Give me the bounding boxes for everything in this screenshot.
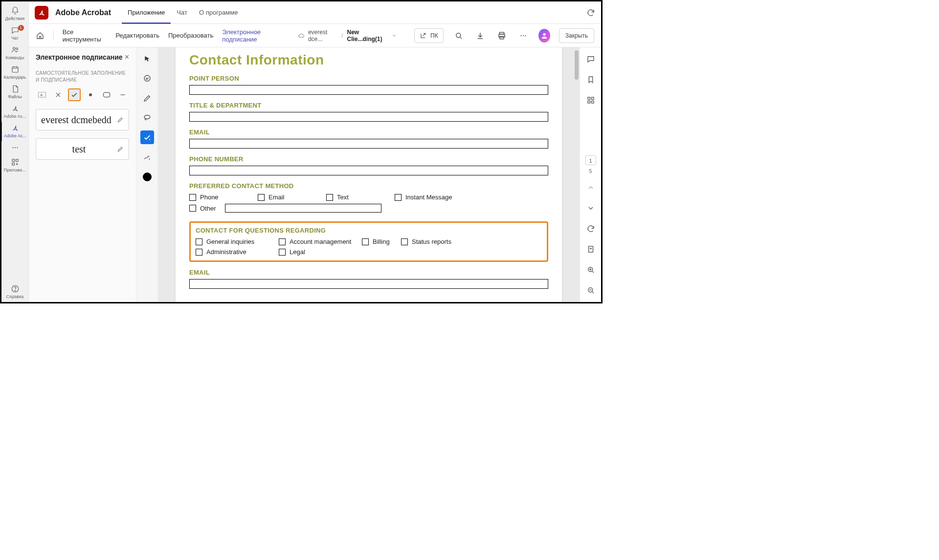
open-desktop-label: ПК bbox=[430, 32, 438, 39]
tool-check[interactable] bbox=[68, 88, 80, 101]
signature-box-2[interactable]: test bbox=[36, 138, 129, 160]
rrail-zoom-in[interactable] bbox=[584, 263, 598, 277]
toolbar-link-all-tools[interactable]: Все инструменты bbox=[63, 28, 107, 43]
download-button[interactable] bbox=[474, 29, 487, 42]
label-contact-for: CONTACT FOR QUESTIONS REGARDING bbox=[196, 227, 542, 234]
rail-item-activity[interactable]: Действия bbox=[1, 4, 29, 24]
breadcrumb-cloud[interactable]: everest dce... bbox=[308, 29, 337, 43]
teams-rail: Действия 1 Чат Команды Календарь Файлы A… bbox=[1, 1, 29, 302]
rail-item-apps[interactable]: Приложе... bbox=[1, 156, 29, 175]
page-current[interactable]: 1 bbox=[585, 155, 596, 165]
page-fit-icon bbox=[586, 245, 595, 254]
tool-circle[interactable] bbox=[101, 88, 113, 101]
rail-item-chat[interactable]: 1 Чат bbox=[1, 24, 29, 43]
checkbox-admin[interactable]: Administrative bbox=[196, 248, 279, 256]
vtool-lasso[interactable] bbox=[140, 111, 154, 125]
rail-label: Приложе... bbox=[1, 168, 29, 172]
svg-point-10 bbox=[15, 290, 15, 291]
rail-item-calendar[interactable]: Календарь bbox=[1, 63, 29, 83]
print-button[interactable] bbox=[495, 29, 508, 42]
rrail-page-up[interactable] bbox=[584, 181, 598, 194]
checkbox-im[interactable]: Instant Message bbox=[395, 194, 492, 201]
home-button[interactable] bbox=[36, 31, 45, 40]
scrollbar-thumb[interactable] bbox=[575, 50, 579, 80]
checkbox-phone[interactable]: Phone bbox=[189, 194, 258, 201]
svg-point-5 bbox=[17, 147, 18, 148]
svg-point-0 bbox=[13, 47, 15, 50]
chevron-down-icon[interactable] bbox=[392, 33, 397, 39]
svg-rect-27 bbox=[588, 97, 590, 100]
more-button[interactable] bbox=[517, 29, 530, 42]
pencil-icon[interactable] bbox=[117, 116, 124, 123]
checkbox-billing[interactable]: Billing bbox=[362, 238, 401, 245]
chevron-up-icon bbox=[587, 184, 595, 192]
rrail-zoom-out[interactable] bbox=[584, 283, 598, 297]
rrail-rotate[interactable] bbox=[584, 222, 598, 236]
acrobat-logo bbox=[35, 6, 48, 20]
rail-item-teams[interactable]: Команды bbox=[1, 43, 29, 63]
cloud-icon bbox=[298, 32, 304, 40]
checkbox-legal[interactable]: Legal bbox=[279, 248, 318, 256]
input-email[interactable] bbox=[189, 139, 548, 149]
rail-item-files[interactable]: Файлы bbox=[1, 83, 29, 102]
esign-panel-close[interactable]: × bbox=[125, 53, 129, 61]
tab-app[interactable]: Приложение bbox=[122, 1, 171, 24]
toolbar-link-edit[interactable]: Редактировать bbox=[115, 32, 159, 39]
vtool-draw[interactable] bbox=[140, 91, 154, 105]
input-point-person[interactable] bbox=[189, 85, 548, 95]
document-viewport[interactable]: Contact Information POINT PERSON TITLE &… bbox=[158, 47, 580, 302]
input-other[interactable] bbox=[225, 204, 381, 213]
open-desktop-button[interactable]: ПК bbox=[414, 28, 444, 43]
rrail-comments[interactable] bbox=[584, 52, 598, 66]
tab-about[interactable]: О программе bbox=[193, 1, 244, 24]
rail-item-help[interactable]: Справка bbox=[1, 282, 29, 302]
svg-point-24 bbox=[144, 115, 150, 119]
svg-point-26 bbox=[149, 158, 150, 159]
tab-chat[interactable]: Чат bbox=[171, 1, 193, 24]
rail-item-adobe-1[interactable]: Adobe Ac... bbox=[1, 102, 29, 122]
rrail-page-down[interactable] bbox=[584, 201, 598, 215]
more-icon bbox=[11, 143, 20, 152]
signature-box-1[interactable]: everest dcmebedd bbox=[36, 109, 129, 130]
checkbox-account[interactable]: Account management bbox=[279, 238, 362, 245]
checkbox-general[interactable]: General inquiries bbox=[196, 238, 279, 245]
avatar[interactable] bbox=[538, 29, 550, 43]
checkbox-text[interactable]: Text bbox=[326, 194, 395, 201]
tool-text[interactable]: A bbox=[36, 88, 48, 101]
vtool-sign[interactable] bbox=[140, 130, 154, 144]
text-field-icon: A bbox=[38, 91, 46, 99]
tool-dot[interactable] bbox=[85, 88, 97, 101]
svg-rect-2 bbox=[12, 67, 18, 72]
checkbox-other[interactable]: Other bbox=[189, 204, 381, 213]
rotate-icon bbox=[586, 224, 595, 233]
rail-item-more[interactable] bbox=[1, 141, 29, 156]
header-tabs: Приложение Чат О программе bbox=[122, 1, 244, 24]
pencil-icon[interactable] bbox=[117, 146, 124, 152]
rail-item-adobe-2[interactable]: Adobe Ac... bbox=[1, 122, 28, 141]
download-icon bbox=[476, 31, 485, 40]
tool-line[interactable] bbox=[117, 88, 129, 101]
vtool-sign-pen[interactable] bbox=[140, 150, 154, 164]
toolbar-link-esign[interactable]: Электронное подписание bbox=[222, 28, 287, 50]
refresh-button[interactable] bbox=[586, 8, 595, 17]
checkbox-status[interactable]: Status reports bbox=[401, 238, 484, 245]
vtool-select[interactable] bbox=[140, 52, 154, 66]
tool-cross[interactable] bbox=[52, 88, 64, 101]
search-button[interactable] bbox=[452, 29, 465, 42]
rrail-thumbnails[interactable] bbox=[584, 93, 598, 107]
rrail-fit[interactable] bbox=[584, 242, 598, 256]
toolbar-link-convert[interactable]: Преобразовать bbox=[168, 32, 213, 39]
separator bbox=[53, 30, 54, 41]
breadcrumb-file[interactable]: New Clie...ding(1) bbox=[347, 29, 388, 43]
input-email2[interactable] bbox=[189, 279, 548, 289]
input-phone[interactable] bbox=[189, 166, 548, 175]
rrail-bookmark[interactable] bbox=[584, 73, 598, 86]
color-swatch[interactable] bbox=[143, 172, 152, 181]
checkbox-email[interactable]: Email bbox=[258, 194, 326, 201]
vtool-comment[interactable] bbox=[140, 72, 154, 86]
close-button[interactable]: Закрыть bbox=[559, 28, 594, 43]
bell-icon bbox=[11, 6, 20, 15]
svg-rect-22 bbox=[104, 92, 110, 97]
input-title-dept[interactable] bbox=[189, 112, 548, 122]
svg-point-25 bbox=[149, 139, 150, 140]
